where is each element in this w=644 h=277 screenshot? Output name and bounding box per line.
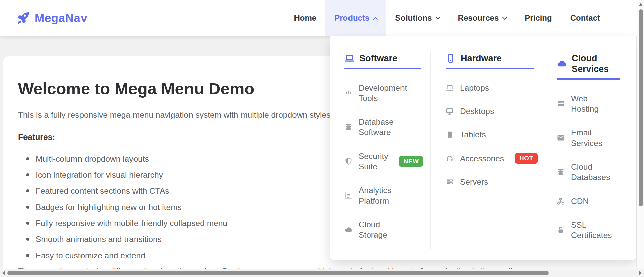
products-mega-menu: Software Development Tools Database Soft…	[330, 36, 636, 260]
software-items: Development Tools Database Software S	[344, 82, 421, 240]
nav-item-contact[interactable]: Contact	[561, 0, 609, 36]
brand-name: MegaNav	[35, 11, 87, 25]
database-icon	[557, 168, 565, 176]
shield-icon	[344, 157, 353, 165]
menu-item-analytics-platform[interactable]: Analytics Platform	[344, 185, 421, 206]
nav-item-pricing[interactable]: Pricing	[516, 0, 561, 36]
horizontal-scrollbar-thumb[interactable]	[7, 271, 549, 275]
software-header: Software	[344, 53, 421, 64]
server-icon	[446, 178, 454, 186]
vertical-scrollbar-thumb[interactable]	[639, 9, 643, 206]
lock-icon	[557, 226, 565, 234]
column-title: Software	[359, 53, 397, 64]
new-badge: NEW	[399, 156, 423, 167]
cloud-icon	[344, 226, 353, 234]
cloud-icon	[557, 59, 567, 69]
menu-item-servers[interactable]: Servers	[446, 177, 534, 187]
analytics-icon	[344, 191, 353, 200]
vertical-scrollbar[interactable]	[637, 0, 644, 269]
code-icon	[344, 89, 353, 97]
scroll-up-arrow-icon[interactable]	[639, 3, 643, 6]
mobile-icon	[446, 53, 456, 63]
hot-badge: HOT	[515, 153, 538, 164]
cloud-services-header: Cloud Services	[557, 53, 620, 74]
nav-item-home[interactable]: Home	[285, 0, 326, 36]
nav-menu: Home Products Solutions Resources Pricin…	[285, 0, 609, 36]
brand-logo[interactable]: MegaNav	[15, 10, 87, 26]
accent-underline	[446, 68, 534, 69]
accent-underline	[557, 78, 620, 80]
mega-column-hardware: Hardware Laptops	[431, 36, 543, 260]
column-title: Hardware	[461, 53, 502, 64]
nav-item-resources[interactable]: Resources	[449, 0, 516, 36]
horizontal-scrollbar[interactable]	[0, 269, 644, 277]
menu-item-database-software[interactable]: Database Software	[344, 117, 421, 137]
database-icon	[344, 123, 353, 131]
server-icon	[557, 100, 565, 108]
chevron-down-icon	[502, 15, 507, 19]
top-navbar: MegaNav Home Products Solutions Resource…	[0, 0, 637, 36]
hardware-header: Hardware	[446, 53, 534, 64]
rocket-icon	[15, 10, 30, 26]
menu-item-ssl-certificates[interactable]: SSL Certificates	[557, 220, 620, 240]
headphones-icon	[446, 154, 454, 162]
menu-item-tablets[interactable]: Tablets	[446, 129, 534, 140]
menu-item-web-hosting[interactable]: Web Hosting	[557, 93, 620, 114]
menu-item-desktops[interactable]: Desktops	[446, 106, 534, 116]
accent-underline	[344, 68, 421, 69]
column-title: Cloud Services	[572, 53, 620, 74]
laptop-icon	[344, 53, 355, 63]
menu-item-laptops[interactable]: Laptops	[446, 82, 534, 93]
scroll-left-arrow-icon[interactable]	[2, 271, 5, 275]
menu-item-email-services[interactable]: Email Services	[557, 127, 620, 148]
laptop-icon	[446, 84, 454, 92]
scroll-right-arrow-icon[interactable]	[639, 271, 642, 275]
menu-item-cdn[interactable]: CDN	[557, 196, 620, 206]
hardware-items: Laptops Desktops Tablets	[446, 82, 534, 187]
chevron-up-icon	[373, 17, 378, 21]
tablet-icon	[446, 131, 454, 139]
nav-item-solutions[interactable]: Solutions	[386, 0, 448, 36]
menu-item-accessories[interactable]: Accessories HOT	[446, 153, 534, 164]
menu-item-cloud-storage[interactable]: Cloud Storage	[344, 219, 421, 240]
menu-item-cloud-databases[interactable]: Cloud Databases	[557, 162, 620, 182]
desktop-icon	[446, 107, 454, 115]
mega-column-software: Software Development Tools Database Soft…	[330, 36, 430, 260]
mega-column-cloud-services: Cloud Services Web Hosting	[543, 36, 630, 260]
menu-item-security-suite[interactable]: Security Suite NEW	[344, 151, 421, 172]
menu-item-development-tools[interactable]: Development Tools	[344, 82, 421, 103]
network-icon	[557, 197, 565, 205]
nav-item-products[interactable]: Products	[325, 0, 386, 36]
panel-edge-spacer	[630, 36, 636, 260]
envelope-icon	[557, 134, 565, 142]
cloud-services-items: Web Hosting Email Services Cloud Data	[557, 93, 620, 240]
chevron-down-icon	[435, 15, 440, 19]
